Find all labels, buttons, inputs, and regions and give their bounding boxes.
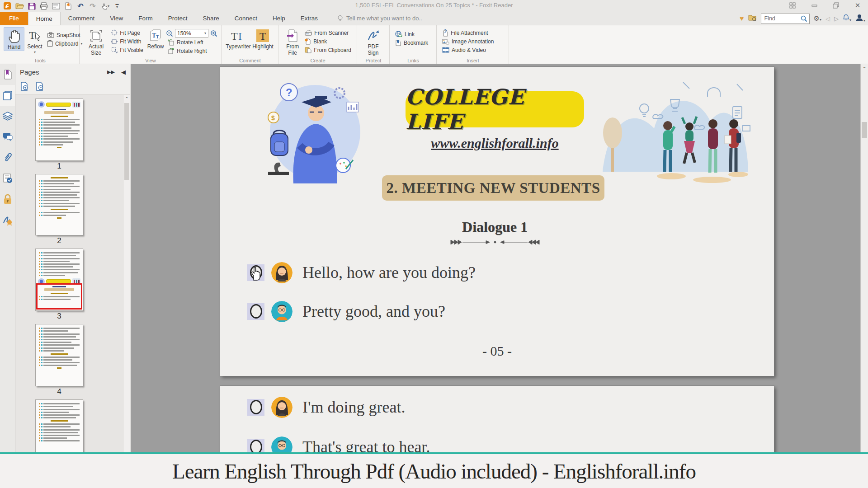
find-input[interactable]: [764, 15, 801, 22]
favorite-heart-icon[interactable]: ♥: [740, 14, 744, 23]
fit-page-button[interactable]: Fit Page: [109, 28, 145, 37]
link-icon: [395, 31, 402, 38]
typewriter-button[interactable]: TI Typewriter: [225, 27, 251, 50]
fit-page-icon: [111, 29, 118, 36]
group-label-links: Links: [390, 58, 437, 63]
from-clipboard-button[interactable]: From Clipboard: [303, 46, 353, 54]
tab-home[interactable]: Home: [28, 12, 61, 25]
pages-panel-header: Pages ▶▶ ◀: [15, 64, 130, 80]
restore-button[interactable]: [830, 1, 842, 9]
select-tool-button[interactable]: T Select ▾: [24, 27, 45, 54]
page-thumbnail-5[interactable]: [35, 399, 83, 457]
reduce-thumbnails-icon[interactable]: [35, 81, 44, 93]
tab-connect[interactable]: Connect: [227, 12, 265, 25]
dialogue-line: I'm doing great.: [220, 396, 774, 418]
snapshot-button[interactable]: SnapShot: [45, 31, 84, 39]
rotate-left-button[interactable]: Rotate Left: [166, 38, 217, 47]
tab-view[interactable]: View: [102, 12, 131, 25]
svg-text:T: T: [29, 29, 36, 41]
scrollbar-thumb[interactable]: [862, 122, 867, 138]
audio-play-button[interactable]: [247, 399, 264, 416]
account-avatar-icon[interactable]: ▾: [855, 14, 865, 23]
security-panel-icon[interactable]: [0, 189, 15, 210]
title-bar: ✱ ↶ ↷ ▾ ▬▾ 1,500 ESL-EFL Conversations O…: [0, 0, 868, 12]
settings-gear-icon[interactable]: ⚙▾: [814, 14, 821, 23]
zoom-in-icon[interactable]: [210, 30, 217, 37]
panel-scrollbar[interactable]: ⌃: [123, 95, 130, 488]
from-file-button[interactable]: From File: [282, 27, 303, 56]
close-button[interactable]: ✕: [852, 1, 863, 9]
layers-panel-icon[interactable]: [0, 106, 15, 127]
notifications-bell-icon[interactable]: ▾: [843, 14, 851, 23]
nav-back-icon[interactable]: ◁: [826, 15, 830, 22]
audio-play-button[interactable]: [247, 303, 264, 320]
clipboard-button[interactable]: Clipboard ▾: [45, 39, 84, 48]
bookmarks-panel-icon[interactable]: [0, 64, 15, 85]
nav-forward-icon[interactable]: ▷: [834, 15, 839, 22]
typewriter-icon: TI: [231, 28, 246, 43]
pages-panel: Pages ▶▶ ◀ 1 2: [15, 64, 130, 488]
panel-scroll-up-icon[interactable]: ⌃: [123, 95, 130, 101]
comments-panel-icon[interactable]: [0, 127, 15, 147]
page-thumbnail-4[interactable]: [35, 324, 83, 386]
tell-me-box[interactable]: Tell me what you want to do..: [337, 12, 422, 25]
tab-share[interactable]: Share: [195, 12, 227, 25]
page-thumbnail-3-current[interactable]: [35, 249, 83, 311]
current-view-outline: [36, 283, 82, 310]
svg-text:?: ?: [286, 86, 292, 99]
thumbnail-list: 1 2 3 4: [15, 95, 130, 488]
search-folder-icon[interactable]: [748, 14, 757, 23]
enlarge-thumbnails-icon[interactable]: [20, 81, 29, 93]
attachments-panel-icon[interactable]: [0, 147, 15, 168]
file-attachment-button[interactable]: File Attachment: [440, 28, 495, 37]
blank-button[interactable]: ✱ Blank: [303, 37, 353, 46]
hand-tool-button[interactable]: Hand: [4, 27, 24, 51]
document-area: ? $: [131, 64, 868, 488]
rotate-right-button[interactable]: Rotate Right: [166, 47, 217, 55]
fit-visible-button[interactable]: Fit Visible: [109, 46, 145, 54]
window-controls: ✕: [787, 1, 863, 9]
document-scrollbar[interactable]: ⌃: [860, 64, 868, 452]
pages-panel-icon[interactable]: [0, 85, 15, 106]
fit-width-button[interactable]: Fit Width: [109, 37, 145, 46]
layout-grid-icon[interactable]: [787, 1, 798, 9]
panel-scroll-thumb[interactable]: [124, 103, 129, 180]
window-title: 1,500 ESL-EFL Conversations On 25 Topics…: [0, 2, 868, 9]
college-life-badge: COLLEGE LIFE: [406, 91, 584, 127]
find-input-box[interactable]: [761, 14, 810, 24]
zoom-out-icon[interactable]: [166, 30, 173, 37]
svg-text:T: T: [259, 30, 266, 42]
pdf-sign-button[interactable]: PDF Sign: [361, 27, 386, 56]
expand-panel-icon[interactable]: ▶▶: [107, 69, 115, 75]
zoom-level-combo[interactable]: 150%▾: [175, 29, 208, 38]
tab-protect[interactable]: Protect: [160, 12, 195, 25]
tab-extras[interactable]: Extras: [293, 12, 326, 25]
dialogue-line: Hello, how are you doing?: [220, 261, 774, 284]
bookmark-button[interactable]: Bookmark: [393, 38, 430, 47]
website-link[interactable]: www.englishforall.info: [406, 136, 584, 151]
from-scanner-button[interactable]: From Scanner: [303, 28, 353, 37]
from-file-icon: [286, 28, 299, 43]
scroll-up-icon[interactable]: ⌃: [861, 64, 868, 72]
tab-form[interactable]: Form: [131, 12, 160, 25]
lightbulb-icon: [337, 15, 343, 22]
reflow-button[interactable]: TT Reflow: [145, 27, 166, 50]
collapse-panel-icon[interactable]: ◀: [121, 69, 126, 75]
actual-size-button[interactable]: Actual Size: [83, 27, 109, 56]
tab-comment[interactable]: Comment: [61, 12, 103, 25]
link-button[interactable]: Link: [393, 30, 430, 38]
digital-sign-panel-icon[interactable]: [0, 210, 15, 230]
student-illustration: ? $: [262, 76, 366, 183]
mouse-cursor-hand: [250, 266, 263, 281]
search-icon[interactable]: [801, 15, 807, 22]
audio-video-button[interactable]: Audio & Video: [440, 46, 495, 54]
signatures-panel-icon[interactable]: [0, 168, 15, 189]
highlight-button[interactable]: T Highlight: [251, 27, 274, 50]
minimize-button[interactable]: [808, 1, 820, 9]
image-annotation-button[interactable]: Image Annotation: [440, 37, 495, 46]
tab-help[interactable]: Help: [265, 12, 293, 25]
tab-file[interactable]: File: [0, 12, 28, 25]
group-label-view: View: [80, 58, 222, 63]
page-thumbnail-2[interactable]: [35, 174, 83, 235]
page-thumbnail-1[interactable]: [35, 99, 83, 161]
